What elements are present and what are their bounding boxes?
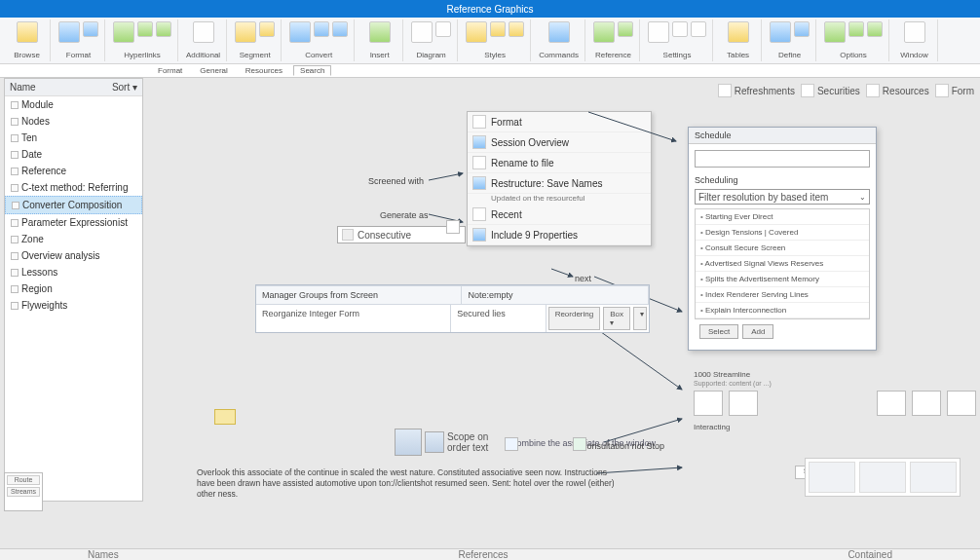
ribbon-icon[interactable] bbox=[509, 21, 524, 37]
dialog-option[interactable]: Advertised Signal Views Reserves bbox=[696, 256, 869, 272]
menu-item[interactable]: Format bbox=[468, 112, 651, 132]
ribbon-icon[interactable] bbox=[259, 21, 275, 37]
ribbon-group[interactable]: Reference bbox=[587, 19, 640, 61]
ribbon-icon[interactable] bbox=[728, 21, 749, 43]
dialog-option[interactable]: Splits the Advertisement Memory bbox=[696, 272, 869, 287]
ribbon-icon[interactable] bbox=[466, 21, 487, 43]
brand-thumb[interactable] bbox=[859, 462, 906, 493]
thumbnail[interactable] bbox=[694, 391, 723, 416]
description-paragraph: Overlook this associate of the continue … bbox=[197, 467, 616, 500]
thumbnail[interactable] bbox=[877, 391, 906, 416]
ribbon-group[interactable]: Convert bbox=[283, 19, 355, 61]
ribbon-group[interactable]: Segment bbox=[229, 19, 282, 61]
sidebar-item[interactable]: C-text method: Referring bbox=[5, 179, 142, 196]
ribbon-icon[interactable] bbox=[411, 21, 433, 43]
ribbon-group[interactable]: Settings bbox=[642, 19, 713, 61]
ribbon-group[interactable]: Commands bbox=[533, 19, 585, 61]
sidebar-item[interactable]: Ten bbox=[5, 130, 142, 146]
ribbon-icon[interactable] bbox=[904, 21, 925, 43]
dialog-option[interactable]: Explain Interconnection bbox=[696, 303, 869, 318]
context-menu[interactable]: FormatSession OverviewRename to fileRest… bbox=[467, 111, 652, 246]
ribbon-icon[interactable] bbox=[770, 21, 791, 43]
ribbon-icon[interactable] bbox=[83, 21, 98, 37]
ribbon-group[interactable]: Diagram bbox=[405, 19, 458, 61]
ribbon-icon[interactable] bbox=[593, 21, 615, 43]
ribbon-group[interactable]: Insert bbox=[357, 19, 403, 61]
ribbon-icon[interactable] bbox=[672, 21, 688, 37]
select-button[interactable]: Select bbox=[699, 324, 738, 339]
reorder-button[interactable]: Reordering bbox=[548, 307, 601, 330]
ribbon-icon[interactable] bbox=[490, 21, 506, 37]
view-tab[interactable]: Search bbox=[293, 65, 331, 76]
ribbon-icon[interactable] bbox=[691, 21, 706, 37]
ribbon-icon[interactable] bbox=[824, 21, 846, 43]
sidebar-item[interactable]: Date bbox=[5, 146, 142, 163]
note-chip[interactable] bbox=[214, 409, 236, 425]
ribbon-icon[interactable] bbox=[137, 21, 153, 37]
sidebar-item[interactable]: Parameter Expressionist bbox=[5, 214, 142, 231]
ribbon-group[interactable]: Additional bbox=[180, 19, 227, 61]
sidebar-item[interactable]: Flyweights bbox=[5, 297, 142, 314]
sidebar-item[interactable]: Overview analysis bbox=[5, 247, 142, 264]
sidebar-item[interactable]: Zone bbox=[5, 231, 142, 247]
ribbon-group[interactable]: Hyperlinks bbox=[107, 19, 178, 61]
ribbon-group[interactable]: Tables bbox=[715, 19, 762, 61]
ribbon-icon[interactable] bbox=[618, 21, 633, 37]
ribbon-icon[interactable] bbox=[435, 21, 451, 37]
ribbon-group[interactable]: Browse bbox=[4, 19, 51, 61]
column-header[interactable]: Note:empty bbox=[462, 286, 649, 304]
menu-item[interactable]: Rename to file bbox=[468, 153, 651, 173]
dropdown-arrow-icon[interactable]: ▾ bbox=[633, 307, 647, 330]
sidebar-item[interactable]: Region bbox=[5, 280, 142, 297]
dialog-option[interactable]: Index Renderer Serving Lines bbox=[696, 287, 869, 303]
ribbon-group[interactable]: Options bbox=[818, 19, 889, 61]
ribbon-group[interactable]: Define bbox=[764, 19, 816, 61]
ribbon-icon[interactable] bbox=[332, 21, 348, 37]
ribbon-icon[interactable] bbox=[156, 21, 171, 37]
ribbon-icon[interactable] bbox=[369, 21, 391, 43]
thumbnail[interactable] bbox=[912, 391, 941, 416]
brand-thumb[interactable] bbox=[910, 462, 957, 493]
ribbon-icon[interactable] bbox=[314, 21, 329, 37]
menu-item[interactable]: Session Overview bbox=[468, 132, 651, 153]
filter-dropdown[interactable]: Filter resolution by based item bbox=[695, 189, 870, 205]
ribbon-label: Tables bbox=[727, 51, 749, 59]
expand-icon[interactable] bbox=[446, 220, 460, 234]
thumbnail[interactable] bbox=[947, 391, 976, 416]
ribbon-icon[interactable] bbox=[648, 21, 669, 43]
view-tab[interactable]: Format bbox=[151, 65, 189, 76]
thumbnail[interactable] bbox=[729, 391, 758, 416]
dialog-option[interactable]: Design Tensions | Covered bbox=[696, 225, 869, 241]
ribbon-group[interactable]: Styles bbox=[460, 19, 531, 61]
sidebar-item[interactable]: Nodes bbox=[5, 113, 142, 130]
view-tab[interactable]: General bbox=[193, 65, 234, 76]
ribbon-icon[interactable] bbox=[193, 21, 214, 43]
ribbon-icon[interactable] bbox=[58, 21, 80, 43]
sidebar-item[interactable]: Converter Composition bbox=[5, 196, 142, 214]
dialog-text-input[interactable] bbox=[695, 150, 870, 168]
column-header[interactable]: Manager Groups from Screen bbox=[256, 286, 462, 304]
sidebar-item[interactable]: Reference bbox=[5, 163, 142, 179]
menu-item[interactable]: Include 9 Properties bbox=[468, 225, 651, 245]
sidebar-item[interactable]: Module bbox=[5, 96, 142, 113]
ribbon-icon[interactable] bbox=[289, 21, 311, 43]
ribbon-group[interactable]: Window bbox=[891, 19, 938, 61]
ribbon-icon[interactable] bbox=[794, 21, 810, 37]
sidebar-item[interactable]: Lessons bbox=[5, 264, 142, 280]
ribbon-icon[interactable] bbox=[548, 21, 570, 43]
ribbon-icon[interactable] bbox=[113, 21, 134, 43]
ribbon-group[interactable]: Format bbox=[53, 19, 105, 61]
menu-item[interactable]: Restructure: Save Names bbox=[468, 173, 651, 194]
box-dropdown[interactable]: Box ▾ bbox=[603, 307, 630, 330]
ribbon-icon[interactable] bbox=[848, 21, 864, 37]
menu-item[interactable]: Recent bbox=[468, 205, 651, 225]
ribbon-icon[interactable] bbox=[17, 21, 38, 43]
view-tab[interactable]: Resources bbox=[239, 65, 289, 76]
dialog-option[interactable]: Consult Secure Screen bbox=[696, 241, 869, 256]
add-button[interactable]: Add bbox=[742, 324, 773, 339]
ribbon-icon[interactable] bbox=[867, 21, 883, 37]
mini-panel[interactable]: Route Streams bbox=[4, 472, 43, 511]
brand-thumb[interactable] bbox=[809, 462, 855, 493]
dialog-option[interactable]: Starting Ever Direct bbox=[696, 209, 869, 225]
ribbon-icon[interactable] bbox=[235, 21, 256, 43]
